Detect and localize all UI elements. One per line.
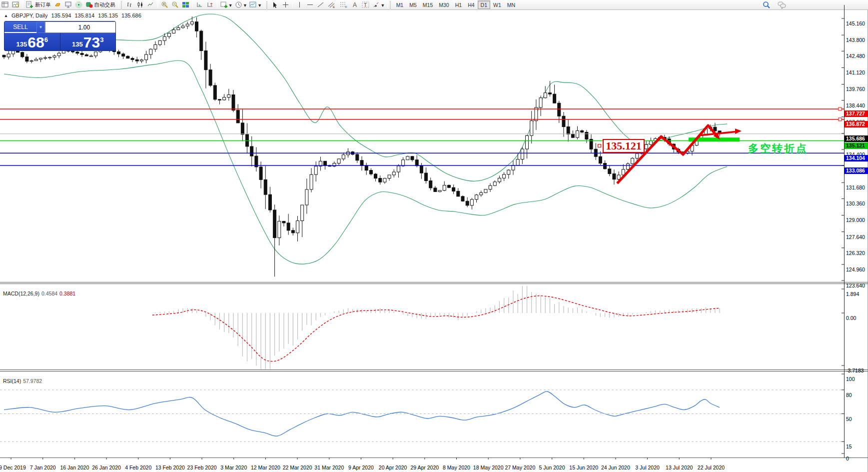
candle: [209, 70, 212, 86]
date-tick-label: 13 Jul 2020: [662, 464, 697, 470]
candle: [461, 196, 464, 201]
candle: [613, 174, 616, 179]
price-tag-134.104: 134.104: [845, 155, 868, 162]
candle: [365, 166, 368, 170]
candle: [434, 188, 437, 192]
axis-tick-label: 145.160: [846, 20, 868, 27]
line-endpoint-handle: [839, 108, 842, 110]
candle: [498, 178, 501, 182]
price-tag-135.686: 135.686: [845, 136, 868, 142]
sell-price-big: 68: [27, 36, 44, 50]
candle: [25, 57, 28, 62]
date-tick-label: 12 Mar 2020: [248, 464, 283, 470]
candle: [16, 51, 19, 52]
candle: [227, 95, 230, 98]
candle: [337, 159, 340, 164]
one-click-collapse-arrow[interactable]: ▲: [4, 14, 8, 18]
candle: [2, 55, 5, 57]
hline-drag-handle[interactable]: [598, 144, 601, 148]
candle: [379, 178, 382, 182]
ohlc-low: 135.135: [98, 12, 118, 18]
candle: [34, 60, 37, 61]
candle: [163, 36, 166, 40]
turning-point-annotation[interactable]: 多空转折点: [748, 142, 808, 156]
buy-price-big: 73: [83, 36, 100, 50]
axis-tick-label: 0.00: [846, 315, 868, 322]
buy-price[interactable]: 135 73 3: [60, 33, 116, 50]
candle: [581, 130, 584, 132]
date-tick-label: 31 Mar 2020: [312, 464, 347, 470]
candle: [291, 230, 294, 233]
candle: [57, 53, 60, 56]
date-tick-label: 23 Feb 2020: [184, 464, 219, 470]
trade-panel-prices: 135 68 6 135 73 3: [4, 33, 115, 50]
sell-price[interactable]: 135 68 6: [4, 33, 60, 50]
macd-pane-label: MACD(12,26,9)0.45840.3881: [3, 290, 75, 296]
volume-decrease-button[interactable]: ▼: [36, 22, 45, 33]
candle: [305, 190, 308, 205]
buy-price-prefix: 135: [72, 40, 83, 48]
buy-price-pip: 3: [100, 36, 103, 44]
date-tick-label: 8 May 2020: [439, 464, 474, 470]
rsi-name: RSI(14): [3, 378, 21, 384]
candle: [604, 164, 607, 169]
candle: [530, 121, 533, 136]
candle: [516, 160, 519, 166]
candle: [599, 156, 602, 163]
candle: [282, 221, 285, 222]
candle: [158, 40, 161, 44]
axis-tick-label: 80: [846, 392, 868, 398]
candle: [608, 169, 611, 174]
date-tick-label: 29 Apr 2020: [407, 464, 442, 470]
date-tick-label: 15 Jun 2020: [566, 464, 601, 470]
candle: [301, 205, 304, 221]
candle: [85, 54, 88, 56]
date-tick-label: 3 Jul 2020: [630, 464, 665, 470]
macd-signal-value: 0.3881: [59, 290, 75, 296]
candle: [397, 166, 400, 172]
volume-input[interactable]: [45, 22, 116, 33]
bollinger-band: [4, 60, 727, 264]
date-tick-label: 27 May 2020: [503, 464, 538, 470]
candle: [213, 86, 216, 100]
candle: [80, 54, 83, 55]
candle: [553, 94, 556, 103]
date-tick-label: 18 May 2020: [471, 464, 506, 470]
candle: [268, 194, 271, 210]
candle: [296, 221, 299, 233]
candle: [135, 60, 138, 61]
chart-canvas[interactable]: [0, 0, 868, 462]
candle: [186, 24, 189, 26]
sell-button[interactable]: SELL: [4, 22, 36, 33]
candle: [626, 164, 629, 170]
candle: [645, 144, 648, 149]
price-annotation-box[interactable]: 135.121: [603, 139, 645, 153]
axis-tick-label: 139.760: [846, 86, 868, 92]
candle: [631, 158, 634, 164]
candle: [493, 182, 496, 186]
candle: [223, 98, 226, 100]
candle: [470, 200, 473, 206]
candle: [39, 58, 42, 59]
candle: [475, 195, 478, 200]
candle: [30, 60, 33, 61]
candle: [503, 174, 506, 178]
candle: [429, 181, 432, 188]
axis-tick-label: 129.000: [846, 217, 868, 224]
axis-tick-label: 141.120: [846, 70, 868, 76]
axis-tick-label: 126.320: [846, 250, 868, 256]
candle: [172, 30, 175, 34]
direction-arrowhead: [735, 128, 742, 134]
candle: [94, 52, 97, 56]
date-tick-label: 16 Jan 2020: [57, 464, 92, 470]
candle: [218, 100, 221, 100]
candle: [714, 127, 717, 131]
date-tick-label: 9 Apr 2020: [343, 464, 378, 470]
candle: [420, 166, 423, 173]
candle: [585, 132, 588, 139]
candle: [360, 160, 363, 166]
axis-tick-label: 138.440: [846, 102, 868, 109]
candle: [181, 26, 184, 28]
candle: [177, 28, 180, 30]
candle: [314, 166, 317, 174]
